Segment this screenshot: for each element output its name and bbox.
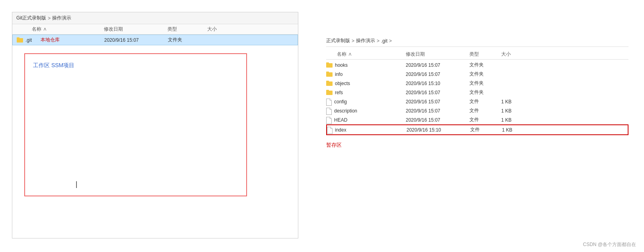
file-name-3: refs (326, 90, 406, 95)
file-label-7: index (335, 127, 346, 133)
file-type-7: 文件 (470, 126, 502, 133)
file-label-5: description (334, 108, 357, 114)
file-label-6: HEAD (334, 117, 347, 123)
file-date-7: 2020/9/16 15:10 (407, 127, 470, 133)
right-file-explorer: 正式录制版 > 操作演示 > .git > 名称 ∧ 修改日期 类型 大小 ho… (326, 36, 628, 227)
left-table-header: 名称 ∧ 修改日期 类型 大小 (12, 24, 298, 35)
local-repo-label: 本地仓库 (41, 37, 60, 43)
right-breadcrumb-part-1: 正式录制版 (326, 37, 350, 44)
file-name-0: hooks (326, 62, 406, 68)
file-type-1: 文件夹 (469, 71, 501, 78)
file-type-3: 文件夹 (469, 89, 501, 96)
cursor-indicator: | (76, 180, 78, 188)
git-folder-row[interactable]: .git 本地仓库 2020/9/16 15:07 文件夹 (12, 35, 298, 45)
folder-icon-1 (326, 72, 333, 77)
watermark: CSDN @各个方面都自在 (583, 241, 636, 248)
file-size-5: 1 KB (501, 108, 533, 114)
file-date-3: 2020/9/16 15:07 (406, 90, 469, 95)
workspace-box: 工作区 SSM项目 (24, 53, 247, 196)
file-size-6: 1 KB (501, 117, 533, 123)
right-file-row-0[interactable]: hooks 2020/9/16 15:07 文件夹 (326, 60, 628, 70)
right-breadcrumb-part-3: .git (381, 38, 387, 44)
file-label-0: hooks (335, 62, 348, 68)
file-date-4: 2020/9/16 15:07 (406, 99, 469, 105)
file-icon-5 (326, 108, 332, 114)
col-type: 类型 (167, 26, 207, 33)
breadcrumb-sep-1: > (48, 16, 51, 21)
file-name-2: objects (326, 81, 406, 86)
file-name-7: index (327, 127, 407, 133)
right-table-header: 名称 ∧ 修改日期 类型 大小 (326, 49, 628, 60)
right-breadcrumb: 正式录制版 > 操作演示 > .git > (326, 36, 628, 47)
right-col-type: 类型 (469, 51, 501, 58)
col-size: 大小 (207, 26, 239, 33)
file-name-4: config (326, 99, 406, 105)
right-file-row-7[interactable]: index 2020/9/16 15:10 文件 1 KB (326, 124, 628, 135)
file-date-2: 2020/9/16 15:10 (406, 81, 469, 86)
right-file-row-3[interactable]: refs 2020/9/16 15:07 文件夹 (326, 88, 628, 97)
file-date-5: 2020/9/16 15:07 (406, 108, 469, 114)
right-file-row-2[interactable]: objects 2020/9/16 15:10 文件夹 (326, 79, 628, 88)
file-size-4: 1 KB (501, 99, 533, 105)
file-label-3: refs (335, 90, 343, 95)
col-date: 修改日期 (104, 26, 167, 33)
right-col-size: 大小 (501, 51, 533, 58)
right-breadcrumb-part-2: 操作演示 (356, 37, 375, 44)
folder-icon-0 (326, 62, 333, 68)
right-file-rows: hooks 2020/9/16 15:07 文件夹 info 2020/9/16… (326, 60, 628, 135)
file-date-1: 2020/9/16 15:07 (406, 72, 469, 77)
file-type-6: 文件 (469, 116, 501, 123)
workspace-label: 工作区 SSM项目 (33, 62, 74, 69)
file-icon-4 (326, 99, 332, 105)
left-breadcrumb: Git正式录制版 > 操作演示 (12, 12, 298, 24)
right-col-date: 修改日期 (406, 51, 469, 58)
file-name-6: HEAD (326, 117, 406, 123)
file-icon-7 (327, 127, 333, 133)
folder-icon (17, 37, 23, 43)
breadcrumb-part-1: Git正式录制版 (16, 15, 46, 21)
git-folder-date: 2020/9/16 15:07 (104, 37, 168, 43)
col-name: 名称 ∧ (16, 26, 104, 33)
git-folder-name: .git 本地仓库 (17, 37, 104, 43)
file-size-7: 1 KB (502, 127, 534, 133)
staging-label: 暂存区 (326, 142, 628, 149)
file-type-5: 文件 (469, 107, 501, 114)
right-file-row-5[interactable]: description 2020/9/16 15:07 文件 1 KB (326, 106, 628, 115)
file-label-1: info (335, 72, 342, 77)
file-type-0: 文件夹 (469, 62, 501, 68)
right-file-row-4[interactable]: config 2020/9/16 15:07 文件 1 KB (326, 97, 628, 106)
file-name-1: info (326, 72, 406, 77)
file-type-2: 文件夹 (469, 80, 501, 87)
right-file-row-6[interactable]: HEAD 2020/9/16 15:07 文件 1 KB (326, 115, 628, 124)
file-date-6: 2020/9/16 15:07 (406, 117, 469, 123)
folder-icon-3 (326, 90, 333, 95)
file-label-2: objects (335, 81, 350, 86)
right-file-row-1[interactable]: info 2020/9/16 15:07 文件夹 (326, 70, 628, 79)
left-file-explorer: Git正式录制版 > 操作演示 名称 ∧ 修改日期 类型 大小 .git 本地仓… (12, 12, 298, 238)
file-date-0: 2020/9/16 15:07 (406, 62, 469, 68)
git-label: .git (25, 37, 32, 43)
file-label-4: config (334, 99, 347, 105)
breadcrumb-part-2: 操作演示 (52, 15, 71, 21)
right-col-name: 名称 ∧ (326, 51, 406, 58)
file-icon-6 (326, 117, 332, 123)
file-type-4: 文件 (469, 98, 501, 105)
git-folder-type: 文件夹 (168, 37, 208, 43)
file-name-5: description (326, 108, 406, 114)
folder-icon-2 (326, 81, 333, 86)
